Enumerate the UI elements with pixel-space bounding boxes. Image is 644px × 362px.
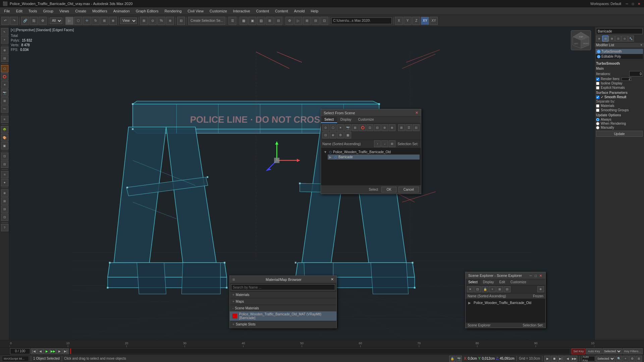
render-prod-btn[interactable]: ⊞ xyxy=(303,17,311,25)
ts-explicit-check[interactable] xyxy=(596,86,599,89)
array-tool[interactable]: ⊡ xyxy=(1,214,8,221)
scene-tree[interactable]: ▼ ⬡ Police_Wooden_Traffic_Barricade_Old … xyxy=(321,148,421,185)
spacewarp-tool[interactable]: 〜 xyxy=(1,105,8,113)
layer3-btn[interactable]: ▧ xyxy=(257,17,265,25)
se-tb-options[interactable]: ⊞ xyxy=(496,286,503,292)
bb-options-btn[interactable]: ⊞ xyxy=(636,356,642,362)
dlg-tb-helper[interactable]: ⊞ xyxy=(352,124,359,131)
filter-dropdown[interactable]: All xyxy=(50,17,62,24)
helper-tool[interactable]: ⊞ xyxy=(1,97,8,105)
menu-create[interactable]: Create xyxy=(72,8,89,14)
dlg-tb-none3[interactable]: ⊕ xyxy=(389,124,395,131)
dlg-tb-filter5[interactable]: ⊕ xyxy=(330,132,336,138)
modifier-list-arrow[interactable]: ▼ xyxy=(640,44,643,47)
se-maximize-btn[interactable]: □ xyxy=(534,274,537,278)
snap-btn[interactable]: ⊞ xyxy=(140,17,148,25)
camera-lock-btn[interactable]: 📷 xyxy=(456,356,462,362)
mat-section-scene-header[interactable]: - Scene Materials xyxy=(230,305,336,311)
se-tab-customize[interactable]: Customize xyxy=(508,279,529,285)
dlg-tb-filter4[interactable]: ⊡ xyxy=(322,132,329,138)
menu-modifiers[interactable]: Modifiers xyxy=(90,8,110,14)
ts-smooth-result-check[interactable] xyxy=(596,96,599,99)
question-btn[interactable]: ? xyxy=(1,224,8,231)
se-tb-close[interactable]: ✕ xyxy=(467,286,474,292)
undo-btn[interactable]: ↶ xyxy=(1,17,9,25)
dlg-tb-light[interactable]: ☀ xyxy=(337,124,344,131)
panel-icon-motion[interactable]: ⊡ xyxy=(615,36,621,42)
frame-counter[interactable]: 0 / 100 xyxy=(10,348,30,354)
object-name-input[interactable] xyxy=(596,28,643,34)
go-to-end-btn[interactable]: ▶| xyxy=(63,348,69,354)
ts-render-iters-input[interactable] xyxy=(622,77,632,81)
dlg-tb-filter7[interactable]: ▦ xyxy=(344,132,351,138)
ts-smoothing-check[interactable] xyxy=(596,109,599,112)
panel-icon-hierarchy[interactable]: ⊞ xyxy=(609,36,615,42)
menu-graph-editors[interactable]: Graph Editors xyxy=(133,8,161,14)
se-close-btn[interactable]: ✕ xyxy=(539,274,543,278)
mat-search-input[interactable] xyxy=(231,284,335,290)
ts-always-radio[interactable] xyxy=(596,118,599,121)
key-filter-dropdown[interactable]: Selected xyxy=(602,348,622,354)
skin-tool[interactable]: ⊟ xyxy=(1,161,8,168)
se-tab-select[interactable]: Select xyxy=(466,279,480,285)
unlink-btn[interactable]: ⛓ xyxy=(30,17,38,25)
panel-icon-create[interactable]: ⊕ xyxy=(596,36,602,42)
tree-item-barricade[interactable]: ▶ ⬡ Barricade xyxy=(328,155,420,160)
layer4-btn[interactable]: ⊞ xyxy=(266,17,274,25)
dlg-tb-cube[interactable]: ⬡ xyxy=(330,124,336,131)
select-region-btn[interactable]: ⬡ xyxy=(74,17,82,25)
view-dropdown[interactable]: View xyxy=(120,17,137,24)
link-btn[interactable]: 🔗 xyxy=(21,17,29,25)
dlg-tb-filter3[interactable]: ⊟ xyxy=(413,124,420,131)
render-frame-btn[interactable]: ▣ xyxy=(1,142,8,149)
mat-editor-btn[interactable]: 🎨 xyxy=(1,134,8,141)
menu-help[interactable]: Help xyxy=(308,8,321,14)
tree-item-barricade-root[interactable]: ▼ ⬡ Police_Wooden_Traffic_Barricade_Old xyxy=(322,149,420,155)
scale-btn[interactable]: ⊞ xyxy=(100,17,108,25)
layer2-btn[interactable]: ▣ xyxy=(248,17,256,25)
panel-icon-utils[interactable]: 🔧 xyxy=(628,36,634,42)
set-key-btn[interactable]: Set Key xyxy=(572,348,586,354)
move-btn[interactable]: ✛ xyxy=(83,17,91,25)
menu-animation[interactable]: Animation xyxy=(111,8,132,14)
bb-selected-dropdown[interactable]: Selected xyxy=(596,356,615,362)
menu-group[interactable]: Group xyxy=(40,8,56,14)
timeline-ruler-track[interactable]: 0 10 20 30 40 50 60 70 80 90 1 xyxy=(9,340,594,347)
se-tb-add[interactable]: + xyxy=(489,286,496,292)
tb-nav4[interactable]: XY xyxy=(421,17,429,25)
dialog-tab-customize[interactable]: Customize xyxy=(355,117,377,123)
menu-views[interactable]: Views xyxy=(57,8,72,14)
lock-btn[interactable]: 🔒 xyxy=(449,356,455,362)
ribbon-toggle[interactable]: ≡ xyxy=(1,116,8,123)
scene-explorer-title-bar[interactable]: Scene Explorer - Scene Explorer ─ □ ✕ xyxy=(466,272,545,279)
render-btn[interactable]: ▷ xyxy=(294,17,302,25)
menu-content[interactable]: Content xyxy=(272,8,291,14)
play-btn[interactable]: ▶ xyxy=(44,348,50,354)
freeform-tool[interactable]: ⊕ xyxy=(1,47,8,54)
ts-isoline-check[interactable] xyxy=(596,82,599,85)
render-iter-btn[interactable]: ⊟ xyxy=(312,17,320,25)
pivot-tool[interactable]: ⊕ xyxy=(1,189,8,197)
bb-settings-btn[interactable]: ⚙ xyxy=(629,356,635,362)
camera-tool[interactable]: 📷 xyxy=(1,89,8,97)
ts-materials-check[interactable] xyxy=(596,104,599,108)
prev-frame-btn[interactable]: ◀ xyxy=(37,348,43,354)
modifier-editable-poly[interactable]: Editable Poly xyxy=(596,54,643,59)
modifier-turbosmooth[interactable]: TurboSmooth xyxy=(596,49,643,54)
bb-prev-frame-btn[interactable]: ◀ xyxy=(565,356,571,362)
dialog-close-btn[interactable]: ✕ xyxy=(415,111,418,115)
tb-nav1[interactable]: X xyxy=(395,17,403,25)
bb-stop-btn[interactable]: ⏹ xyxy=(551,356,557,362)
dlg-tb-bone[interactable]: ⊡ xyxy=(367,124,373,131)
rotate-btn[interactable]: ↻ xyxy=(92,17,100,25)
menu-tools[interactable]: Tools xyxy=(26,8,40,14)
mod-eye-2[interactable] xyxy=(597,55,600,58)
select-btn[interactable]: ▷ xyxy=(65,17,73,25)
ts-when-rendering-radio[interactable] xyxy=(596,122,599,125)
z-value[interactable]: 45,091cm xyxy=(500,357,515,360)
menu-interactive[interactable]: Content xyxy=(254,8,272,14)
se-tb-lock[interactable]: 🔒 xyxy=(482,286,488,292)
minimize-btn[interactable]: ─ xyxy=(625,1,629,6)
layer-btn[interactable]: ▦ xyxy=(239,17,248,25)
bb-fwd-btn[interactable]: ▶▶ xyxy=(571,356,577,362)
